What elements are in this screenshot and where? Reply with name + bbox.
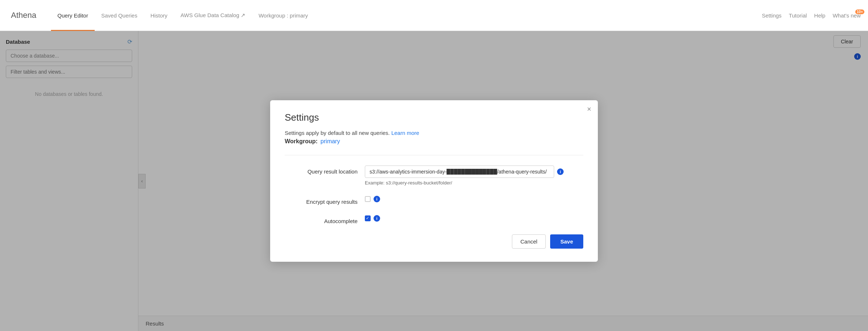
autocomplete-checkbox[interactable] bbox=[365, 215, 371, 221]
autocomplete-info-icon[interactable]: i bbox=[374, 215, 380, 222]
modal-overlay: × Settings Settings apply by default to … bbox=[0, 31, 868, 331]
encrypt-query-results-label: Encrypt query results bbox=[285, 196, 358, 205]
query-result-location-info-icon[interactable]: i bbox=[557, 168, 564, 175]
whats-new-nav-item[interactable]: What's new 10+ bbox=[833, 12, 861, 19]
nav-tab-history[interactable]: History bbox=[144, 0, 174, 31]
nav-tab-saved-queries[interactable]: Saved Queries bbox=[95, 0, 144, 31]
workgroup-label: Workgroup: bbox=[285, 138, 317, 145]
encrypt-info-icon[interactable]: i bbox=[374, 196, 380, 202]
query-result-location-content: i Example: s3://query-results-bucket/fol… bbox=[365, 166, 583, 186]
modal-workgroup-row: Workgroup: primary bbox=[285, 138, 583, 145]
query-result-location-label: Query result location bbox=[285, 166, 358, 175]
encrypt-query-results-row: Encrypt query results i bbox=[285, 196, 583, 205]
autocomplete-label: Autocomplete bbox=[285, 215, 358, 224]
settings-modal: × Settings Settings apply by default to … bbox=[270, 100, 598, 262]
nav-tab-glue-catalog[interactable]: AWS Glue Data Catalog ↗ bbox=[174, 0, 252, 31]
modal-title: Settings bbox=[285, 112, 583, 123]
cancel-button[interactable]: Cancel bbox=[512, 234, 546, 249]
tutorial-nav-item[interactable]: Tutorial bbox=[789, 12, 807, 19]
query-result-location-input[interactable] bbox=[365, 166, 554, 178]
learn-more-link[interactable]: Learn more bbox=[391, 130, 419, 136]
main-layout: Database ⟳ Choose a database... No datab… bbox=[0, 31, 868, 331]
modal-description: Settings apply by default to all new que… bbox=[285, 130, 583, 136]
nav-tab-query-editor[interactable]: Query Editor bbox=[51, 0, 95, 31]
settings-nav-item[interactable]: Settings bbox=[762, 12, 781, 19]
modal-divider bbox=[285, 155, 583, 155]
query-result-example: Example: s3://query-results-bucket/folde… bbox=[365, 180, 583, 186]
top-nav: Athena Query Editor Saved Queries Histor… bbox=[0, 0, 868, 31]
nav-right: Settings Tutorial Help What's new 10+ bbox=[762, 12, 861, 19]
help-nav-item[interactable]: Help bbox=[814, 12, 825, 19]
modal-footer: Cancel Save bbox=[285, 234, 583, 249]
save-button[interactable]: Save bbox=[550, 234, 583, 249]
nav-tab-workgroup[interactable]: Workgroup : primary bbox=[252, 0, 315, 31]
encrypt-query-results-checkbox[interactable] bbox=[365, 196, 371, 202]
workgroup-value: primary bbox=[320, 138, 340, 145]
query-result-location-row: Query result location i Example: s3://qu… bbox=[285, 166, 583, 186]
nav-brand[interactable]: Athena bbox=[7, 11, 40, 20]
autocomplete-row: Autocomplete i bbox=[285, 215, 583, 224]
modal-close-button[interactable]: × bbox=[587, 105, 591, 113]
whats-new-badge-count: 10+ bbox=[855, 9, 864, 14]
